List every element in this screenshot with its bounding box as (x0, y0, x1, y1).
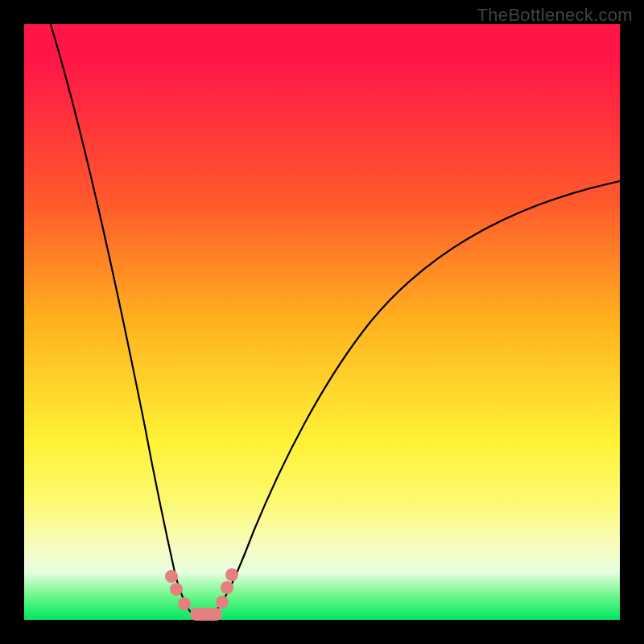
right-marker-corner-dot (216, 596, 229, 609)
floor-markers-pill (190, 608, 222, 621)
right-marker-upper-dot (225, 568, 238, 581)
left-marker-corner-dot (178, 597, 191, 610)
chart-frame: TheBottleneck.com (0, 0, 644, 644)
left-marker-lower-dot (170, 583, 183, 596)
chart-plot-area (24, 24, 620, 620)
right-marker-lower-dot (221, 581, 233, 594)
left-curve (49, 19, 195, 617)
right-curve (211, 181, 620, 617)
left-marker-upper-dot (165, 570, 178, 583)
chart-svg (24, 24, 620, 620)
watermark-text: TheBottleneck.com (477, 5, 633, 26)
